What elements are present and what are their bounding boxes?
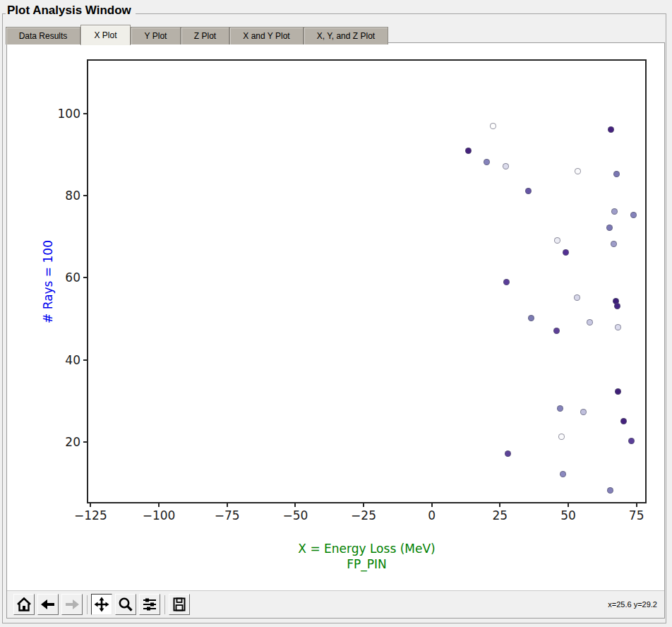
x-tick-label: 0 xyxy=(407,508,457,522)
x-tick-mark xyxy=(158,503,160,507)
x-tick-mark xyxy=(499,503,500,507)
y-tick-label: 80 xyxy=(34,189,80,203)
window-title: Plot Analysis Window xyxy=(6,4,136,18)
tab-x-plot[interactable]: X Plot xyxy=(80,25,131,45)
x-tick-label: −25 xyxy=(339,508,388,522)
y-tick-label: 20 xyxy=(34,435,80,449)
scatter-point xyxy=(525,188,532,194)
x-tick-mark xyxy=(636,503,637,507)
x-tick-mark xyxy=(431,503,433,507)
scatter-point xyxy=(503,163,509,169)
subplots-icon xyxy=(142,597,157,612)
toolbar-separator xyxy=(87,595,88,614)
zoom-button[interactable] xyxy=(115,594,136,615)
zoom-icon xyxy=(118,597,133,612)
x-tick-mark xyxy=(90,503,91,507)
y-tick-label: 40 xyxy=(34,353,80,367)
scatter-point xyxy=(587,319,593,326)
scatter-point xyxy=(575,168,581,174)
scatter-point xyxy=(620,418,627,424)
tab-z-plot[interactable]: Z Plot xyxy=(181,27,229,44)
home-button[interactable] xyxy=(13,594,35,615)
x-tick-mark xyxy=(294,503,296,507)
scatter-point xyxy=(553,328,560,334)
tab-data-results[interactable]: Data Results xyxy=(6,27,80,44)
notebook-panel: # Rays = 100 X = Energy Loss (MeV) FP_PI… xyxy=(6,42,665,619)
scatter-point xyxy=(490,123,496,129)
x-tick-label: −50 xyxy=(270,508,320,522)
x-tick-label: 50 xyxy=(544,508,593,522)
navigation-toolbar: x=25.6 y=29.2 xyxy=(7,590,664,618)
x-tick-label: −100 xyxy=(134,508,184,522)
scatter-point xyxy=(503,279,510,285)
scatter-point xyxy=(615,388,621,395)
plot-area xyxy=(87,59,647,503)
scatter-point xyxy=(505,450,511,457)
save-button[interactable] xyxy=(169,594,190,615)
toolbar-separator xyxy=(164,595,165,614)
scatter-point xyxy=(554,237,560,244)
scatter-point xyxy=(628,438,635,444)
x-tick-mark xyxy=(227,503,228,507)
save-icon xyxy=(172,597,187,612)
scatter-point xyxy=(630,212,637,218)
home-icon xyxy=(16,597,32,612)
scatter-point xyxy=(557,405,563,412)
x-tick-mark xyxy=(568,503,569,507)
pan-icon xyxy=(94,597,109,612)
scatter-point xyxy=(606,225,613,231)
scatter-point xyxy=(484,159,490,165)
x-axis-label-line1: X = Energy Loss (MeV) xyxy=(87,541,647,556)
y-tick-label: 60 xyxy=(34,270,80,285)
y-tick-label: 100 xyxy=(34,107,80,121)
tab-y-plot[interactable]: Y Plot xyxy=(131,27,181,44)
x-tick-mark xyxy=(363,503,364,507)
tab-x-and-y-plot[interactable]: X and Y Plot xyxy=(229,27,304,44)
x-tick-label: 75 xyxy=(612,508,661,522)
scatter-point xyxy=(554,502,560,503)
tab-bar: Data ResultsX PlotY PlotZ PlotX and Y Pl… xyxy=(6,25,388,44)
back-button[interactable] xyxy=(37,594,59,615)
scatter-point xyxy=(614,303,620,309)
x-tick-label: 25 xyxy=(475,508,524,522)
pan-button[interactable] xyxy=(91,594,112,615)
x-axis-label: X = Energy Loss (MeV) FP_PIN xyxy=(87,541,647,572)
scatter-point xyxy=(560,471,566,477)
scatter-point xyxy=(465,148,472,154)
scatter-point xyxy=(574,294,580,301)
x-tick-label: −75 xyxy=(203,508,252,522)
scatter-point xyxy=(611,208,618,215)
subplots-button[interactable] xyxy=(139,594,160,615)
scatter-point xyxy=(563,249,569,256)
scatter-point xyxy=(615,324,621,330)
scatter-point xyxy=(558,434,565,440)
tab-x-y-and-z-plot[interactable]: X, Y, and Z Plot xyxy=(304,27,388,44)
figure-canvas[interactable]: # Rays = 100 X = Energy Loss (MeV) FP_PI… xyxy=(7,43,664,590)
scatter-point xyxy=(580,409,587,415)
back-icon xyxy=(40,597,56,612)
x-tick-label: −125 xyxy=(66,508,115,522)
scatter-point xyxy=(613,171,620,177)
scatter-point xyxy=(608,126,614,133)
cursor-coordinates-readout: x=25.6 y=29.2 xyxy=(608,600,664,609)
x-axis-label-line2: FP_PIN xyxy=(87,556,647,572)
scatter-point xyxy=(528,315,534,321)
scatter-point xyxy=(611,241,617,247)
forward-button[interactable] xyxy=(61,594,83,615)
scatter-point xyxy=(607,487,613,494)
forward-icon xyxy=(64,597,80,612)
